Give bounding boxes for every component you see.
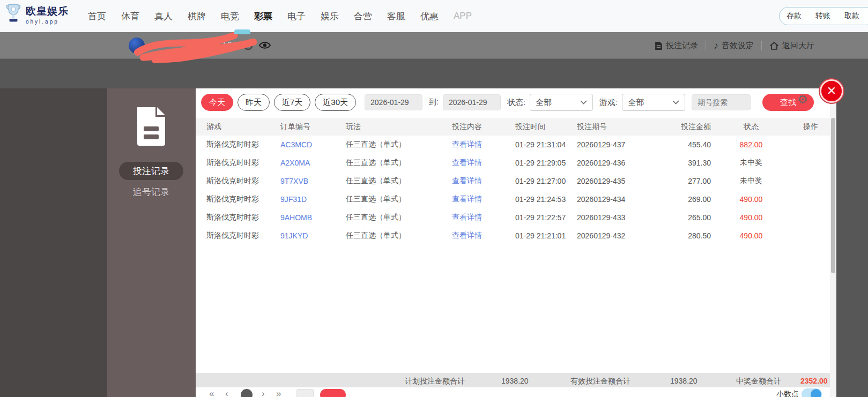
cell-time: 01-29 21:27:00 — [515, 177, 577, 185]
pagination-prev-icon[interactable]: ‹ — [225, 388, 228, 397]
cell-time: 01-29 21:24:53 — [515, 195, 577, 204]
header-content: 投注内容 — [452, 122, 515, 132]
nav-item-slots[interactable]: 电子 — [280, 10, 313, 23]
cell-period: 20260129-434 — [577, 195, 662, 204]
nav-item-live[interactable]: 真人 — [147, 10, 180, 23]
eye-icon[interactable] — [258, 41, 271, 52]
table-header: 游戏 订单编号 玩法 投注内容 投注时间 投注期号 投注金额 状态 操作 — [196, 118, 830, 136]
view-detail-link[interactable]: 查看详情 — [452, 213, 515, 222]
filter-yesterday-button[interactable]: 昨天 — [238, 94, 270, 111]
nav-item-sports[interactable]: 体育 — [114, 10, 147, 23]
trophy-icon — [5, 4, 21, 25]
cell-time: 01-29 21:21:01 — [515, 231, 577, 240]
date-to-input[interactable] — [443, 94, 501, 110]
back-lobby-link[interactable]: 返回大厅 — [769, 41, 814, 51]
decimal-toggle-label: 小数点 — [776, 389, 799, 397]
cell-status: 490.00 — [711, 231, 791, 240]
cell-game: 斯洛伐克时时彩 — [206, 213, 280, 222]
brand-logo[interactable]: 欧皇娱乐 ohyl.app — [5, 4, 69, 25]
cell-play: 任三直选（单式） — [346, 176, 452, 186]
filter-today-button[interactable]: 今天 — [201, 94, 233, 111]
tab-chase-records[interactable]: 追号记录 — [119, 184, 183, 200]
nav-item-lottery[interactable]: 彩票 — [247, 10, 280, 23]
nav-item-service[interactable]: 客服 — [380, 10, 413, 23]
view-detail-link[interactable]: 查看详情 — [452, 140, 515, 149]
cell-order-link[interactable]: 91JKYD — [280, 231, 346, 240]
table-row: 斯洛伐克时时彩 A2X0MA 任三直选（单式） 查看详情 01-29 21:29… — [196, 154, 830, 172]
tab-bet-records[interactable]: 投注记录 — [119, 162, 183, 180]
nav-item-app[interactable]: APP — [446, 11, 479, 21]
pagination-next-icon[interactable]: › — [262, 388, 265, 397]
records-sidebar: 投注记录 追号记录 — [107, 88, 196, 397]
brand-domain: ohyl.app — [26, 19, 69, 25]
bet-record-link[interactable]: 投注记录 — [655, 41, 698, 51]
game-label: 游戏: — [599, 98, 618, 108]
nav-item-entertainment[interactable]: 娱乐 — [313, 10, 346, 23]
filter-30days-button[interactable]: 近30天 — [315, 94, 356, 111]
cell-status: 未中奖 — [711, 158, 791, 168]
page-jump-input[interactable] — [296, 389, 314, 397]
decimal-toggle[interactable] — [802, 388, 822, 397]
cell-play: 任三直选（单式） — [346, 140, 452, 149]
cell-period: 20260129-433 — [577, 213, 662, 222]
view-detail-link[interactable]: 查看详情 — [452, 231, 515, 241]
date-from-input[interactable] — [365, 94, 422, 110]
cell-order-link[interactable]: 9AHOMB — [280, 213, 346, 222]
home-icon — [769, 41, 779, 50]
deposit-button[interactable]: 存款 — [780, 11, 808, 21]
header-game: 游戏 — [206, 122, 280, 132]
cell-amount: 277.00 — [662, 177, 711, 185]
cell-game: 斯洛伐克时时彩 — [206, 194, 280, 204]
pagination-last-icon[interactable]: » — [276, 388, 281, 397]
screen: 欧皇娱乐 ohyl.app 首页 体育 真人 棋牌 电竞 彩票 电子 娱乐 合营… — [0, 0, 868, 397]
document-icon — [655, 41, 663, 50]
pagination-first-icon[interactable]: « — [209, 388, 214, 397]
gear-icon[interactable]: ⚙ — [797, 93, 808, 107]
close-icon[interactable]: ✕ — [820, 79, 843, 103]
view-detail-link[interactable]: 查看详情 — [452, 158, 515, 168]
music-note-icon: ♪ — [714, 40, 718, 51]
cell-amount: 269.00 — [662, 195, 711, 204]
filter-7days-button[interactable]: 近7天 — [274, 94, 310, 111]
top-nav: 欧皇娱乐 ohyl.app 首页 体育 真人 棋牌 电竞 彩票 电子 娱乐 合营… — [0, 0, 868, 32]
view-detail-link[interactable]: 查看详情 — [452, 194, 515, 204]
cell-order-link[interactable]: 9T7XVB — [280, 177, 346, 185]
table-row: 斯洛伐克时时彩 AC3MCD 任三直选（单式） 查看详情 01-29 21:31… — [196, 136, 830, 154]
cell-order-link[interactable]: A2X0MA — [280, 159, 346, 167]
status-select[interactable]: 全部 — [530, 94, 593, 111]
period-search-input[interactable] — [692, 94, 751, 110]
cell-time: 01-29 21:31:04 — [515, 140, 577, 149]
cell-amount: 280.50 — [662, 231, 711, 240]
cell-amount: 455.40 — [662, 140, 711, 149]
cell-game: 斯洛伐克时时彩 — [206, 158, 280, 168]
scrollbar-track[interactable] — [830, 88, 836, 397]
valid-total-value: 1938.20 — [670, 377, 698, 385]
withdraw-button[interactable]: 取款 — [837, 11, 866, 21]
to-label: 到: — [429, 98, 439, 107]
cell-period: 20260129-432 — [577, 231, 662, 240]
nav-item-esports[interactable]: 电竞 — [213, 10, 247, 23]
cell-period: 20260129-435 — [577, 177, 662, 185]
scrollbar-thumb[interactable] — [831, 118, 835, 273]
page-jump-button[interactable] — [320, 389, 346, 397]
game-select[interactable]: 全部 — [622, 94, 685, 111]
cell-period: 20260129-437 — [577, 140, 662, 149]
cell-order-link[interactable]: 9JF31D — [280, 195, 346, 204]
header-play: 玩法 — [346, 122, 452, 132]
nav-item-home[interactable]: 首页 — [80, 10, 114, 23]
pagination-current-page[interactable] — [241, 389, 253, 397]
nav-item-cards[interactable]: 棋牌 — [180, 10, 213, 23]
status-select-value: 全部 — [536, 98, 552, 108]
nav-item-promo[interactable]: 优惠 — [413, 10, 446, 23]
view-detail-link[interactable]: 查看详情 — [452, 176, 515, 186]
sound-setting-link[interactable]: ♪ 音效设定 — [714, 40, 754, 51]
transfer-button[interactable]: 转账 — [808, 11, 837, 21]
header-period: 投注期号 — [577, 122, 662, 132]
nav-item-partner[interactable]: 合营 — [346, 10, 380, 23]
cell-order-link[interactable]: AC3MCD — [280, 140, 346, 149]
toggle-knob — [811, 389, 821, 397]
brand-text: 欧皇娱乐 ohyl.app — [26, 4, 69, 25]
cell-play: 任三直选（单式） — [346, 213, 452, 222]
bet-records-panel: 今天 昨天 近7天 近30天 到: 状态: 全部 游戏: 全部 查找 — [196, 88, 836, 397]
cell-play: 任三直选（单式） — [346, 194, 452, 204]
